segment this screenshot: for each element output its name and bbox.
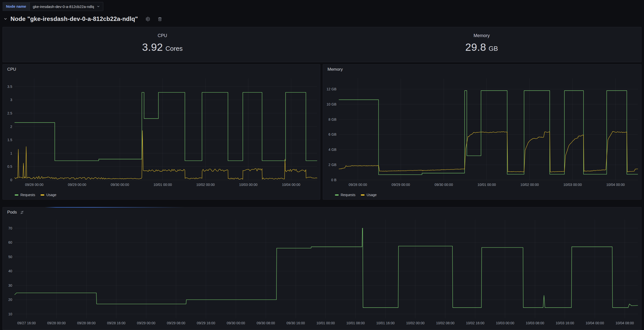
series-usage (339, 132, 638, 172)
y-tick-label: 70 (8, 226, 12, 230)
cpu-stat: CPU 3.92 Cores (3, 27, 322, 62)
legend-item-requests[interactable]: Requests (335, 193, 355, 197)
row-collapse-chevron-icon[interactable] (4, 17, 8, 21)
cpu-panel: CPU 00.511.522.533.509/28 00:0009/29 00:… (2, 64, 320, 200)
x-tick-label: 10/02 00:00 (520, 183, 539, 187)
y-tick-label: 0 B (331, 178, 336, 182)
memory-panel: Memory 0 B2 GB4 GB6 GB8 GB10 GB12 GB09/2… (323, 64, 642, 200)
y-tick-label: 40 (8, 269, 12, 273)
legend-swatch (361, 194, 364, 196)
cpu-panel-title[interactable]: CPU (7, 67, 16, 72)
grafana-dashboard: Node name gke-iresdash-dev-0-a-812cb22a-… (0, 0, 644, 330)
x-tick-label: 09/29 00:00 (68, 183, 86, 187)
x-tick-label: 09/30 00:00 (434, 183, 453, 187)
y-tick-label: 1.5 (8, 138, 12, 142)
legend-swatch (335, 194, 339, 196)
y-tick-label: 10 (8, 312, 12, 316)
legend-label: Requests (20, 193, 35, 197)
x-tick-label: 10/01 08:00 (346, 321, 365, 325)
memory-stat: Memory 29.8 GB (322, 27, 641, 62)
x-tick-label: 09/28 00:00 (349, 183, 367, 187)
legend-item-usage[interactable]: Usage (361, 193, 376, 197)
y-tick-label: 4 GB (328, 148, 336, 152)
variable-control: Node name gke-iresdash-dev-0-a-812cb22a-… (2, 2, 103, 11)
x-tick-label: 10/02 08:00 (436, 321, 454, 325)
series-pods (15, 228, 638, 308)
sync-off-icon (20, 210, 24, 214)
x-tick-label: 10/02 16:00 (466, 321, 484, 325)
x-tick-label: 09/30 16:00 (286, 321, 305, 325)
y-tick-label: 6 GB (328, 132, 336, 136)
pods-chart[interactable]: 1020304050607009/27 16:0009/28 00:0009/2… (3, 217, 641, 329)
memory-panel-title[interactable]: Memory (328, 67, 343, 72)
y-tick-label: 1 (10, 151, 12, 155)
legend-label: Usage (366, 193, 376, 197)
x-tick-label: 10/01 00:00 (316, 321, 335, 325)
x-tick-label: 10/03 08:00 (526, 321, 544, 325)
y-tick-label: 2.5 (8, 111, 12, 115)
variable-label: Node name (2, 2, 30, 11)
legend-swatch (15, 194, 18, 196)
x-tick-label: 10/02 00:00 (196, 183, 215, 187)
pods-panel: Pods 1020304050607009/27 16:0009/28 00:0… (2, 207, 642, 330)
memory-chart[interactable]: 0 B2 GB4 GB6 GB8 GB10 GB12 GB09/28 00:00… (324, 73, 641, 198)
series-usage (15, 131, 317, 180)
row-header: Node "gke-iresdash-dev-0-a-812cb22a-ndlq… (4, 14, 162, 24)
x-tick-label: 10/01 00:00 (154, 183, 172, 187)
x-tick-label: 09/28 00:00 (25, 183, 44, 187)
y-tick-label: 12 GB (326, 87, 336, 91)
legend: RequestsUsage (335, 193, 377, 197)
x-tick-label: 10/04 08:00 (616, 321, 634, 325)
cpu-stat-title: CPU (158, 33, 167, 38)
y-tick-label: 3.5 (8, 84, 12, 88)
x-tick-label: 09/30 00:00 (111, 183, 129, 187)
pods-panel-title[interactable]: Pods (7, 210, 24, 215)
x-tick-label: 09/28 00:00 (47, 321, 66, 325)
y-tick-label: 2 (10, 125, 12, 129)
y-tick-label: 60 (8, 240, 12, 244)
y-tick-label: 0 (10, 178, 12, 182)
stats-panel: CPU 3.92 Cores Memory 29.8 GB (2, 27, 642, 62)
x-tick-label: 09/28 16:00 (107, 321, 126, 325)
y-tick-label: 3 (10, 98, 12, 102)
x-tick-label: 10/03 16:00 (556, 321, 574, 325)
cpu-stat-unit: Cores (166, 45, 183, 52)
x-tick-label: 09/30 00:00 (227, 321, 245, 325)
x-tick-label: 10/02 00:00 (406, 321, 424, 325)
legend-item-requests[interactable]: Requests (15, 193, 35, 197)
x-tick-label: 10/01 16:00 (376, 321, 395, 325)
trash-icon[interactable] (158, 17, 162, 22)
x-tick-label: 10/04 00:00 (586, 321, 604, 325)
memory-stat-title: Memory (474, 33, 490, 38)
y-tick-label: 8 GB (328, 118, 336, 122)
node-name-dropdown[interactable]: gke-iresdash-dev-0-a-812cb22a-ndlq (30, 2, 103, 11)
x-tick-label: 09/28 08:00 (77, 321, 96, 325)
legend-swatch (40, 194, 44, 196)
legend: RequestsUsage (15, 193, 56, 197)
x-tick-label: 09/29 00:00 (392, 183, 410, 187)
y-tick-label: 20 (8, 298, 12, 302)
row-title[interactable]: Node "gke-iresdash-dev-0-a-812cb22a-ndlq… (10, 16, 138, 22)
y-tick-label: 0.5 (8, 164, 12, 168)
cpu-stat-value: 3.92 (142, 41, 163, 53)
y-tick-label: 2 GB (328, 163, 336, 167)
legend-item-usage[interactable]: Usage (40, 193, 56, 197)
x-tick-label: 10/03 00:00 (496, 321, 514, 325)
cpu-chart[interactable]: 00.511.522.533.509/28 00:0009/29 00:0009… (3, 73, 320, 198)
memory-stat-unit: GB (489, 45, 498, 52)
x-tick-label: 10/03 00:00 (564, 183, 582, 187)
y-tick-label: 30 (8, 284, 12, 288)
x-tick-label: 10/03 00:00 (239, 183, 258, 187)
legend-label: Requests (341, 193, 355, 197)
x-tick-label: 09/30 08:00 (256, 321, 275, 325)
pods-panel-title-text: Pods (7, 210, 17, 215)
x-tick-label: 10/04 00:00 (282, 183, 300, 187)
node-name-value: gke-iresdash-dev-0-a-812cb22a-ndlq (33, 4, 94, 9)
memory-stat-value: 29.8 (465, 41, 486, 53)
x-tick-label: 10/01 00:00 (478, 183, 496, 187)
y-tick-label: 50 (8, 255, 12, 259)
chevron-down-icon (96, 5, 100, 8)
gear-icon[interactable] (145, 17, 150, 22)
x-tick-label: 09/29 16:00 (197, 321, 215, 325)
x-tick-label: 09/29 00:00 (137, 321, 155, 325)
